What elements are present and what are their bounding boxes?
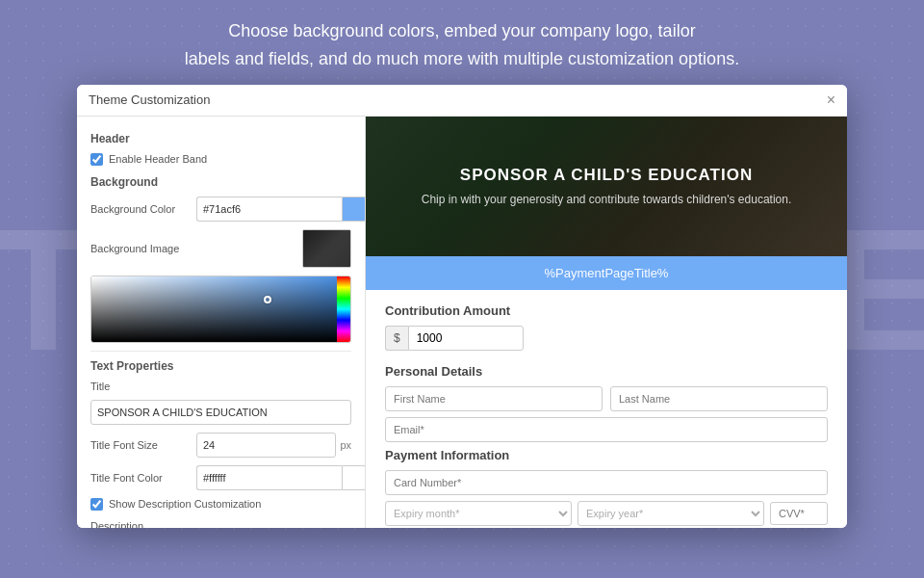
hero-bar: %PaymentPageTitle% — [366, 256, 847, 290]
show-desc-label: Show Description Customization — [109, 498, 261, 510]
expiry-year-select[interactable]: Expiry year* — [578, 501, 764, 526]
top-description: Choose background colors, embed your com… — [127, 0, 797, 85]
bg-image-thumbnail[interactable] — [302, 229, 351, 268]
email-input[interactable] — [385, 417, 828, 442]
show-desc-checkbox[interactable] — [90, 498, 103, 511]
color-picker[interactable] — [90, 276, 351, 343]
bg-color-row: Background Color — [90, 197, 351, 222]
payment-section-title: Payment Information — [385, 448, 828, 462]
show-desc-row: Show Description Customization — [90, 498, 351, 511]
contribution-section-title: Contribution Amount — [385, 303, 828, 318]
bg-color-swatch[interactable] — [342, 197, 366, 222]
description-label: Description — [90, 520, 196, 528]
title-font-size-unit: px — [340, 439, 351, 451]
amount-row: $ — [385, 326, 828, 351]
enable-header-row: Enable Header Band — [90, 153, 351, 166]
cvv-input[interactable] — [770, 502, 828, 525]
bg-image-row: Background Image — [90, 229, 351, 268]
text-properties-label: Text Properties — [90, 359, 351, 373]
title-label: Title — [90, 381, 196, 392]
title-font-color-swatch[interactable] — [342, 465, 366, 490]
color-gradient[interactable] — [91, 276, 337, 342]
title-font-size-input[interactable] — [196, 433, 336, 458]
card-number-input[interactable] — [385, 470, 828, 495]
title-font-color-row: Title Font Color — [90, 465, 351, 490]
title-font-color-label: Title Font Color — [90, 472, 196, 484]
expiry-month-select[interactable]: Expiry month* — [385, 501, 572, 526]
enable-header-label: Enable Header Band — [109, 153, 207, 165]
expiry-row: Expiry month* Expiry year* — [385, 501, 828, 526]
bg-color-input[interactable] — [196, 197, 342, 222]
enable-header-checkbox[interactable] — [90, 153, 103, 166]
title-font-color-group — [196, 465, 366, 490]
bg-color-label: Background Color — [90, 203, 196, 215]
color-hue-bar[interactable] — [337, 276, 350, 342]
hero-section: SPONSOR A CHILD'S EDUCATION Chip in with… — [366, 117, 847, 256]
modal-titlebar: Theme Customization × — [77, 85, 847, 117]
hero-title: SPONSOR A CHILD'S EDUCATION — [460, 166, 753, 185]
watermark-left: T — [0, 190, 87, 389]
desc-label-row: Description — [90, 520, 351, 528]
close-button[interactable]: × — [827, 92, 835, 108]
title-label-row: Title — [90, 381, 351, 392]
title-font-color-input[interactable] — [196, 465, 342, 490]
background-section-label: Background — [90, 175, 351, 189]
first-name-input[interactable] — [385, 386, 603, 411]
theme-customization-modal: Theme Customization × Header Enable Head… — [77, 85, 847, 528]
personal-section-title: Personal Details — [385, 364, 828, 379]
title-font-size-label: Title Font Size — [90, 439, 196, 451]
name-row — [385, 386, 828, 411]
right-panel: SPONSOR A CHILD'S EDUCATION Chip in with… — [366, 117, 847, 528]
header-section-label: Header — [90, 132, 351, 145]
left-panel: Header Enable Header Band Background Bac… — [77, 117, 366, 528]
divider-1 — [90, 351, 351, 352]
color-cursor — [264, 296, 271, 303]
modal-title: Theme Customization — [89, 92, 210, 107]
bg-image-label: Background Image — [90, 243, 196, 254]
title-font-size-row: Title Font Size px — [90, 433, 351, 458]
hero-description: Chip in with your generosity and contrib… — [422, 193, 792, 206]
currency-symbol: $ — [385, 326, 408, 351]
last-name-input[interactable] — [610, 386, 828, 411]
modal-body: Header Enable Header Band Background Bac… — [77, 117, 847, 528]
form-area: Contribution Amount $ Personal Details P… — [366, 290, 847, 528]
title-input[interactable] — [90, 400, 351, 425]
bg-color-input-group — [196, 197, 366, 222]
amount-input[interactable] — [408, 326, 524, 351]
